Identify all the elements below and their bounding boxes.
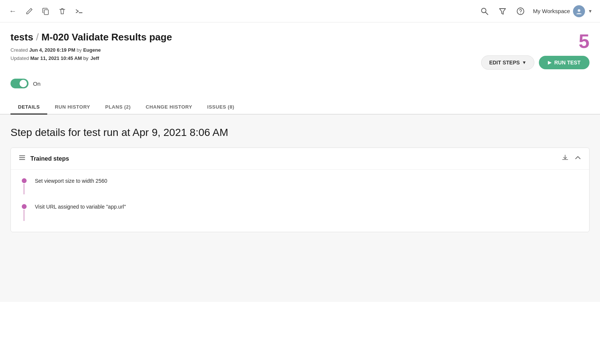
tab-run-history[interactable]: RUN HISTORY	[47, 100, 98, 115]
help-button[interactable]	[515, 6, 526, 17]
avatar	[573, 5, 585, 17]
trained-steps-actions	[561, 154, 582, 163]
header-right: 5 EDIT STEPS ▼ ▶ RUN TEST	[481, 31, 590, 70]
back-icon: ←	[9, 7, 16, 15]
step-text: Visit URL assigned to variable "app.url"	[30, 203, 126, 211]
trained-steps-title: Trained steps	[30, 155, 69, 162]
collapse-button[interactable]	[574, 154, 582, 163]
step-dot-col	[18, 203, 30, 209]
workspace-button[interactable]: My Workspace ▼	[533, 5, 592, 17]
updated-date: Mar 11, 2021 10:45 AM	[30, 55, 82, 61]
terminal-button[interactable]	[74, 6, 85, 16]
step-count: 5	[579, 31, 590, 51]
toggle-row: On	[0, 70, 600, 88]
list-icon	[18, 154, 26, 163]
svg-point-7	[578, 9, 580, 12]
tab-issues[interactable]: ISSUES (8)	[200, 100, 242, 115]
workspace-label: My Workspace	[533, 8, 570, 14]
trained-steps-section: Trained steps	[10, 148, 590, 232]
edit-icon	[26, 7, 33, 15]
page-header: tests / M-020 Validate Results page Crea…	[0, 22, 600, 70]
trained-steps-header: Trained steps	[11, 148, 589, 170]
step-item: Set viewport size to width 2560	[18, 173, 582, 189]
meta-info: Created Jun 4, 2020 6:19 PM by Eugene Up…	[10, 46, 172, 63]
breadcrumb-child: M-020 Validate Results page	[41, 31, 172, 43]
created-label: Created	[10, 47, 28, 53]
tab-change-history[interactable]: CHANGE HISTORY	[138, 100, 200, 115]
edit-steps-label: EDIT STEPS	[489, 60, 520, 66]
edit-steps-chevron-icon: ▼	[522, 60, 526, 65]
download-icon	[561, 154, 569, 161]
tab-plans[interactable]: PLANS (2)	[98, 100, 138, 115]
created-date: Jun 4, 2020 6:19 PM	[29, 47, 75, 53]
created-by-label: by	[76, 47, 82, 53]
trained-steps-title-group: Trained steps	[18, 154, 69, 163]
toggle-label: On	[33, 81, 40, 87]
updated-info: Updated Mar 11, 2021 10:45 AM by Jeff	[10, 54, 172, 63]
content-area: Step details for test run at Apr 9, 2021…	[0, 115, 600, 302]
tab-details[interactable]: DETAILS	[10, 100, 47, 115]
svg-rect-0	[44, 10, 48, 15]
help-icon	[516, 7, 525, 15]
steps-list: Set viewport size to width 2560 Visit UR…	[11, 170, 589, 232]
step-details-heading: Step details for test run at Apr 9, 2021…	[0, 115, 600, 148]
step-dot	[22, 178, 27, 183]
search-icon	[480, 7, 489, 15]
status-toggle[interactable]	[10, 79, 28, 88]
top-nav: ←	[0, 0, 600, 22]
workspace-chevron-icon: ▼	[588, 9, 592, 14]
breadcrumb-separator: /	[36, 31, 41, 43]
header-buttons: EDIT STEPS ▼ ▶ RUN TEST	[481, 55, 590, 70]
terminal-icon	[75, 7, 83, 15]
tabs-bar: DETAILS RUN HISTORY PLANS (2) CHANGE HIS…	[0, 93, 600, 115]
breadcrumb-parent: tests	[10, 31, 33, 43]
chevron-up-icon	[574, 154, 582, 161]
svg-point-2	[482, 8, 486, 13]
filter-button[interactable]	[497, 6, 508, 17]
step-dot	[22, 204, 27, 209]
updated-label: Updated	[10, 55, 29, 61]
edit-steps-button[interactable]: EDIT STEPS ▼	[481, 55, 534, 70]
download-button[interactable]	[561, 154, 569, 163]
created-by: Eugene	[83, 47, 101, 53]
created-info: Created Jun 4, 2020 6:19 PM by Eugene	[10, 46, 172, 54]
copy-button[interactable]	[40, 6, 51, 16]
search-button[interactable]	[479, 6, 490, 17]
run-test-label: RUN TEST	[554, 60, 580, 66]
nav-left: ←	[8, 5, 479, 17]
step-dot-col	[18, 177, 30, 183]
edit-button[interactable]	[24, 6, 34, 16]
filter-icon	[498, 7, 507, 15]
copy-icon	[42, 7, 50, 15]
step-text: Set viewport size to width 2560	[30, 177, 107, 185]
page-title: tests / M-020 Validate Results page	[10, 31, 172, 43]
nav-right: My Workspace ▼	[479, 5, 592, 17]
trash-icon	[58, 7, 66, 15]
updated-by: Jeff	[90, 55, 99, 61]
delete-button[interactable]	[57, 6, 68, 16]
svg-line-3	[486, 12, 488, 15]
svg-marker-4	[500, 9, 506, 14]
svg-point-6	[520, 13, 521, 13]
updated-by-label: by	[83, 55, 88, 61]
step-item: Visit URL assigned to variable "app.url"	[18, 198, 582, 215]
play-icon: ▶	[548, 60, 551, 65]
header-left: tests / M-020 Validate Results page Crea…	[10, 31, 172, 63]
run-test-button[interactable]: ▶ RUN TEST	[539, 56, 590, 69]
back-button[interactable]: ←	[8, 5, 18, 17]
